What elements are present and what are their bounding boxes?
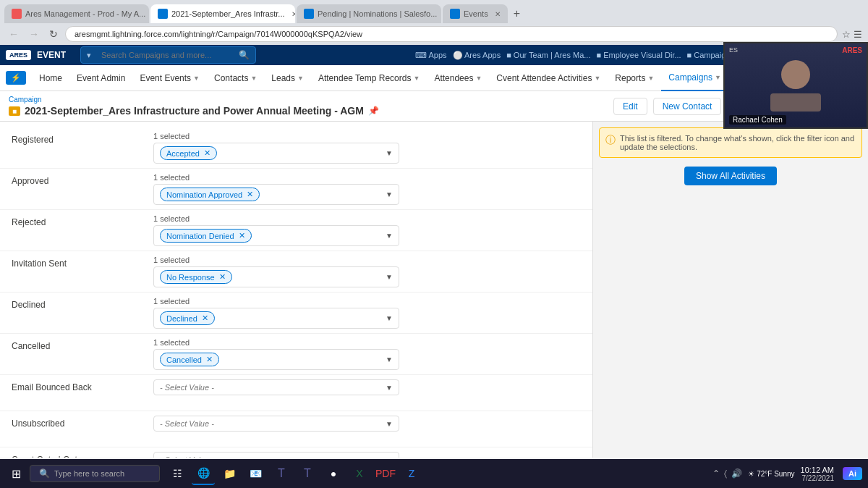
tag-no-response[interactable]: No Response ✕ (160, 270, 232, 284)
nav-item-campaigns[interactable]: Campaigns ▼ (661, 65, 728, 91)
tag-accepted[interactable]: Accepted ✕ (160, 146, 217, 160)
task-view-button[interactable]: ☷ (166, 462, 189, 485)
extensions-button[interactable]: ☰ (854, 29, 862, 40)
dropdown-arrow-invitation: ▼ (386, 273, 393, 281)
nav-item-reports[interactable]: Reports ▼ (608, 65, 661, 91)
breadcrumb[interactable]: Campaign (9, 96, 379, 104)
tag-nom-denied-remove[interactable]: ✕ (239, 231, 245, 240)
dropdown-rejected[interactable]: Nomination Denied ✕ ▼ (153, 225, 399, 246)
nav-item-event-events[interactable]: Event Events ▼ (132, 65, 207, 91)
start-button[interactable]: ⊞ (6, 464, 27, 484)
header-ares-apps-link[interactable]: ⚪ Ares Apps (453, 51, 501, 60)
tag-cancelled[interactable]: Cancelled ✕ (160, 353, 219, 366)
header-emp-visual-link[interactable]: ■ Employee Visual Dir... (596, 51, 681, 59)
tab-favicon-1 (12, 9, 22, 19)
form-row-invitation-sent: Invitation Sent 1 selected No Response ✕… (0, 251, 592, 293)
dropdown-cvent-opted-out[interactable]: - Select Value - ▼ (153, 452, 399, 458)
video-avatar (781, 60, 810, 89)
tab-close-2[interactable]: ✕ (292, 10, 295, 18)
form-row-cancelled: Cancelled 1 selected Cancelled ✕ ▼ (0, 334, 592, 375)
search-icon: 🔍 (239, 50, 250, 60)
mail-icon[interactable]: 📧 (244, 462, 267, 485)
label-declined: Declined (0, 293, 145, 317)
teams-icon[interactable]: T (270, 462, 293, 485)
dropdown-declined[interactable]: Declined ✕ ▼ (153, 308, 399, 329)
tag-nomination-approved[interactable]: Nomination Approved ✕ (160, 188, 260, 201)
tag-accepted-remove[interactable]: ✕ (204, 148, 210, 158)
app-name: EVENT (37, 50, 66, 60)
tag-no-response-remove[interactable]: ✕ (219, 272, 226, 282)
nav-item-contacts[interactable]: Contacts ▼ (207, 65, 264, 91)
tag-declined[interactable]: Declined ✕ (160, 311, 215, 325)
video-body (770, 93, 821, 112)
edit-button[interactable]: Edit (613, 98, 647, 115)
pin-icon[interactable]: 📌 (368, 106, 379, 116)
dropdown-invitation-sent[interactable]: No Response ✕ ▼ (153, 266, 399, 287)
tag-declined-remove[interactable]: ✕ (202, 314, 208, 323)
taskbar-search[interactable]: 🔍 Type here to search (30, 465, 160, 482)
field-invitation-sent: 1 selected No Response ✕ ▼ (145, 251, 592, 292)
nav-item-attendees[interactable]: Attendees ▼ (427, 65, 489, 91)
chrome-icon[interactable]: ● (322, 462, 345, 485)
tab-close-4[interactable]: ✕ (495, 10, 501, 18)
tab-favicon-4 (450, 9, 460, 19)
pdf-icon[interactable]: PDF (374, 462, 397, 485)
dropdown-arrow-rejected: ▼ (386, 232, 393, 240)
nav-item-event-admin[interactable]: Event Admin (69, 65, 132, 91)
edge-browser-icon[interactable]: 🌐 (192, 462, 215, 485)
system-tray: ⌃ 〈 🔊 (712, 468, 742, 479)
label-cancelled: Cancelled (0, 334, 145, 358)
forward-button[interactable]: → (26, 27, 42, 41)
field-registered: 1 selected Accepted ✕ ▼ (145, 127, 592, 168)
file-explorer-icon[interactable]: 📁 (218, 462, 241, 485)
video-name-label: Rachael Cohen (729, 115, 786, 125)
weather-display[interactable]: ☀ 72°F Sunny (748, 470, 794, 478)
dropdown-unsubscribed[interactable]: - Select Value - ▼ (153, 416, 399, 432)
address-bar-input[interactable]: aresmgmt.lightning.force.com/lightning/r… (65, 26, 838, 42)
label-cvent-opted-out: Cvent Opted-Out (0, 447, 145, 458)
field-approved: 1 selected Nomination Approved ✕ ▼ (145, 169, 592, 209)
ai-button[interactable]: Ai (843, 467, 862, 480)
tab-2021-september[interactable]: 2021-September_Ares Infrastr... ✕ (150, 4, 295, 23)
header-our-team-link[interactable]: ■ Our Team | Ares Ma... (506, 51, 590, 59)
excel-icon[interactable]: X (348, 462, 371, 485)
info-icon: ⓘ (605, 134, 616, 151)
record-title-text: 2021-September_Ares Infrastructure and P… (25, 105, 364, 117)
volume-icon[interactable]: 🔊 (731, 468, 742, 479)
zoom-icon[interactable]: Z (400, 462, 423, 485)
tab-ares-management[interactable]: Ares Management - Prod - My A... ✕ (4, 4, 149, 23)
selected-count-rejected: 1 selected (153, 214, 584, 223)
tab-events[interactable]: Events ✕ (443, 4, 508, 23)
dropdown-email-bounced[interactable]: - Select Value - ▼ (153, 379, 399, 395)
tab-favicon-3 (304, 9, 314, 19)
tag-cancelled-remove[interactable]: ✕ (206, 355, 213, 364)
nav-item-cvent-activities[interactable]: Cvent Attendee Activities ▼ (489, 65, 608, 91)
show-all-activities-button[interactable]: Show All Activities (684, 167, 777, 185)
global-search-input[interactable] (94, 49, 239, 62)
header-apps-link[interactable]: ⌨ Apps (415, 51, 447, 60)
tab-pending-nominations[interactable]: Pending | Nominations | Salesfo... ✕ (297, 4, 441, 23)
reload-button[interactable]: ↻ (46, 27, 61, 41)
tag-nom-approved-remove[interactable]: ✕ (247, 190, 253, 199)
record-title: ■ 2021-September_Ares Infrastructure and… (9, 105, 379, 117)
dropdown-approved[interactable]: Nomination Approved ✕ ▼ (153, 184, 399, 205)
dropdown-arrow-unsubscribed: ▼ (386, 420, 393, 428)
new-contact-button[interactable]: New Contact (653, 98, 722, 115)
clock-display[interactable]: 10:12 AM 7/22/2021 (801, 466, 834, 482)
form-row-unsubscribed: Unsubscribed - Select Value - ▼ (0, 411, 592, 447)
network-icon[interactable]: 〈 (724, 468, 727, 479)
chevron-up-icon[interactable]: ⌃ (712, 468, 720, 479)
nav-item-home[interactable]: Home (32, 65, 69, 91)
field-cvent-opted-out: - Select Value - ▼ (145, 447, 592, 458)
dropdown-cancelled[interactable]: Cancelled ✕ ▼ (153, 349, 399, 370)
nav-item-leads[interactable]: Leads ▼ (264, 65, 311, 91)
video-brand-label: ARES (842, 46, 862, 54)
new-tab-button[interactable]: + (509, 6, 524, 22)
dropdown-registered[interactable]: Accepted ✕ ▼ (153, 143, 399, 164)
select-value-unsubscribed: - Select Value - (160, 419, 214, 428)
tag-nomination-denied[interactable]: Nomination Denied ✕ (160, 229, 252, 243)
nav-item-attendee-temp[interactable]: Attendee Temp Records ▼ (311, 65, 427, 91)
back-button[interactable]: ← (6, 27, 22, 41)
bookmark-button[interactable]: ☆ (842, 29, 851, 40)
teams2-icon[interactable]: T (296, 462, 319, 485)
